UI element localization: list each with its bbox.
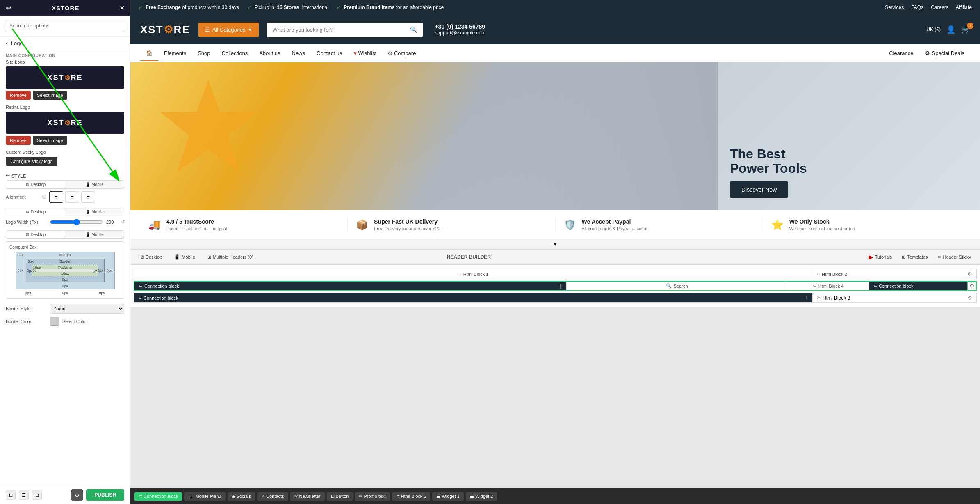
services-link[interactable]: Services	[885, 5, 904, 10]
html-block-3-gear[interactable]: ⚙	[967, 295, 972, 301]
row2-gear-button[interactable]: ⚙	[967, 282, 976, 291]
nav-item-news[interactable]: News	[286, 46, 311, 61]
nav-item-wishlist[interactable]: ♥ Wishlist	[348, 46, 382, 61]
panel-back-icon[interactable]: ↩	[6, 4, 11, 12]
site-logo-text: XST⚙RE	[47, 73, 82, 82]
check-icon-2: ✓	[247, 5, 251, 10]
bottom-toolbar: ⊂ Connection block 📱 Mobile Menu ⊞ Socia…	[130, 488, 980, 504]
heart-icon: ♥	[353, 50, 357, 56]
computed-mobile-tab[interactable]: 📱 Mobile	[65, 231, 124, 238]
trustscore-icon: 🚚	[148, 219, 162, 231]
footer-icon-1[interactable]: ⊞	[6, 490, 16, 500]
nav-item-about[interactable]: About us	[253, 46, 286, 61]
nav-item-home[interactable]: 🏠	[140, 46, 158, 61]
hb-tutorials-button[interactable]: ▶ Tutorials	[866, 252, 896, 261]
hb-desktop-tab[interactable]: 🖥 Desktop	[136, 253, 165, 261]
html-block-4-cell[interactable]: ⊂ Html Block 4	[787, 282, 869, 290]
cart-icon[interactable]: 🛒 1	[961, 25, 970, 34]
site-logo-remove-button[interactable]: Remove	[6, 91, 31, 100]
logo-width-slider[interactable]	[50, 219, 103, 225]
retina-logo-text: XST⚙RE	[47, 119, 82, 127]
contact-info: +30 (0) 1234 56789 support@example.com	[435, 23, 486, 36]
panel-logo: XSTORE	[52, 5, 79, 11]
hb-sticky-button[interactable]: ✏ Header Sticky	[934, 252, 974, 261]
html-block-2-gear[interactable]: ⚙	[967, 271, 972, 277]
back-arrow-icon: ‹	[6, 40, 8, 46]
nav-item-collections[interactable]: Collections	[216, 46, 254, 61]
retina-logo-preview: XST⚙RE	[6, 112, 124, 134]
publish-button[interactable]: PUBLISH	[86, 489, 124, 501]
toolbar-newsletter[interactable]: ✉ Newsletter	[290, 492, 325, 501]
computed-desktop-tab[interactable]: 🖥 Desktop	[6, 231, 65, 238]
builder-row-3: ⊂ Connection block ‖ ⊂ Html Block 3 ⚙	[134, 293, 977, 303]
toolbar-contacts[interactable]: ✓ Contacts	[257, 492, 288, 501]
toolbar-connection-block[interactable]: ⊂ Connection block	[134, 492, 182, 501]
pickup-msg: ✓ Pickup in 16 Stores international	[247, 5, 328, 10]
faqs-link[interactable]: FAQs	[911, 5, 923, 10]
pencil-icon: ✏	[6, 173, 9, 179]
margin-label: Margin	[59, 253, 71, 257]
toolbar-promo-text[interactable]: ✏ Promo text	[355, 492, 390, 501]
connection-block-1-cell[interactable]: ⊂ Connection block ‖	[134, 282, 567, 290]
align-left-button[interactable]: ≡	[49, 191, 63, 203]
search-input-store[interactable]	[267, 23, 404, 37]
toolbar-mobile-menu[interactable]: 📱 Mobile Menu	[184, 492, 225, 501]
stock-icon: ⭐	[771, 219, 784, 231]
all-categories-button[interactable]: ☰ All Categories ▼	[198, 23, 259, 37]
nav-item-compare[interactable]: ⊙ Compare	[382, 46, 422, 61]
worker-overlay	[394, 62, 718, 210]
search-input[interactable]	[5, 20, 125, 32]
border-color-swatch[interactable]	[50, 317, 59, 326]
site-logo-select-button[interactable]: Select image	[33, 91, 67, 100]
box-model-outer: Margin 0px 0px 0px 0px Border 0px 0px 0p…	[16, 252, 115, 289]
toolbar-widget-2[interactable]: ☰ Widget 2	[466, 492, 497, 501]
toolbar-html-block-5[interactable]: ⊂ Html Block 5	[392, 492, 431, 501]
html-block-3-cell[interactable]: ⊂ Html Block 3 ⚙	[812, 293, 976, 302]
nav-clearance[interactable]: Clearance	[883, 48, 919, 59]
toolbar-socials[interactable]: ⊞ Socials	[228, 492, 255, 501]
footer-icon-3[interactable]: ⊡	[32, 490, 42, 500]
border-color-text[interactable]: Select Color	[62, 319, 87, 324]
hb-templates-button[interactable]: ⊞ Templates	[898, 252, 931, 261]
footer-icon-2[interactable]: ☰	[19, 490, 29, 500]
html-block-2-cell[interactable]: ⊂ Html Block 2 ⚙	[812, 269, 976, 279]
search-cell[interactable]: 🔍 Search	[567, 282, 787, 290]
hb-multiple-headers[interactable]: ⊞ Multiple Headers (0)	[204, 253, 257, 261]
affiliate-link[interactable]: Affiliate	[956, 5, 972, 10]
toolbar-widget-1[interactable]: ☰ Widget 1	[432, 492, 463, 501]
panel-search-area	[0, 16, 130, 37]
nav-item-contact[interactable]: Contact us	[311, 46, 348, 61]
border-style-select[interactable]: None	[50, 304, 124, 314]
align-center-button[interactable]: ≡	[65, 191, 79, 203]
logo-width-mobile-tab[interactable]: 📱 Mobile	[65, 208, 124, 216]
nav-item-shop[interactable]: Shop	[192, 46, 216, 61]
collapse-toggle[interactable]: ▼	[130, 240, 980, 249]
nav-special-deals[interactable]: ⚙ Special Deals	[919, 48, 971, 59]
logo-width-desktop-tab[interactable]: 🖥 Desktop	[6, 208, 65, 216]
border-style-row: Border Style None	[6, 304, 124, 314]
alignment-mobile-tab[interactable]: 📱 Mobile	[65, 181, 124, 188]
align-right-button[interactable]: ≡	[81, 191, 95, 203]
retina-logo-select-button[interactable]: Select image	[33, 136, 67, 145]
hb-mobile-tab[interactable]: 📱 Mobile	[171, 253, 198, 261]
alignment-info-icon[interactable]: ⓘ	[42, 194, 46, 200]
connection-block-3-cell[interactable]: ⊂ Connection block ‖	[134, 293, 812, 302]
configure-sticky-button[interactable]: Configure sticky logo	[6, 157, 57, 166]
connection-block-2-cell[interactable]: ⊂ Connection block ‖	[869, 282, 976, 290]
panel-nav-back[interactable]: ‹ Logo	[0, 37, 130, 50]
panel-close-icon[interactable]: ×	[120, 4, 124, 12]
footer-settings-button[interactable]: ⚙	[71, 489, 83, 501]
toolbar-button[interactable]: ⊡ Button	[327, 492, 353, 501]
retina-logo-remove-button[interactable]: Remove	[6, 136, 31, 145]
search-button[interactable]: 🔍	[404, 23, 423, 37]
html-block-1-cell[interactable]: ⊂ Html Block 1	[134, 269, 812, 279]
careers-link[interactable]: Careers	[931, 5, 948, 10]
discover-now-button[interactable]: Discover Now	[730, 181, 788, 198]
builder-row-2-highlighted: ⊂ Connection block ‖ 🔍 Search ⊂ Html Blo…	[134, 281, 977, 291]
user-icon[interactable]: 👤	[946, 25, 955, 34]
builder-area: ⊂ Html Block 1 ⊂ Html Block 2 ⚙ ⊂ Connec…	[130, 265, 980, 307]
alignment-desktop-tab[interactable]: 🖥 Desktop	[6, 181, 65, 188]
region-selector[interactable]: UK (£)	[926, 27, 941, 32]
nav-item-elements[interactable]: Elements	[158, 46, 192, 61]
reset-icon[interactable]: ↺	[121, 219, 125, 225]
